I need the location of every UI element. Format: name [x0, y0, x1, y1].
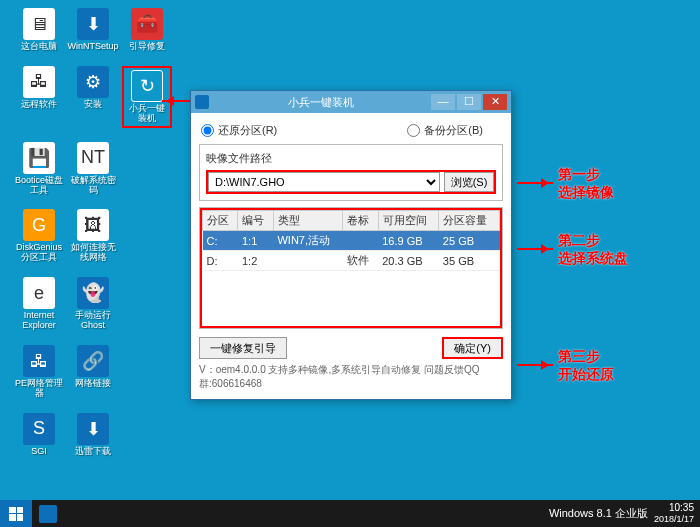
icon-label: Internet Explorer	[14, 311, 64, 331]
desktop-icon[interactable]: ⚙安装	[68, 66, 118, 128]
desktop-icon[interactable]: 🖧PE网络管理器	[14, 345, 64, 399]
taskbar: Windows 8.1 企业版 10:35 2018/1/17	[0, 500, 700, 527]
desktop-icon[interactable]: ⬇WinNTSetup	[68, 8, 118, 52]
desktop-icon[interactable]: ⬇迅雷下载	[68, 413, 118, 457]
desktop-icon[interactable]: SSGI	[14, 413, 64, 457]
annotation-arrow	[517, 182, 553, 184]
icon-label: 手动运行Ghost	[68, 311, 118, 331]
icon-label: 如何连接无线网络	[68, 243, 118, 263]
icon-label: WinNTSetup	[67, 42, 118, 52]
icon-label: Bootice磁盘工具	[14, 176, 64, 196]
start-button[interactable]	[0, 500, 32, 527]
annotation-arrow	[517, 248, 553, 250]
desktop-icon[interactable]: 🧰引导修复	[122, 8, 172, 52]
app-icon: ⚙	[77, 66, 109, 98]
icon-label: 破解系统密码	[68, 176, 118, 196]
window-title: 小兵一键装机	[213, 95, 429, 110]
step2-annotation: 第二步选择系统盘	[558, 232, 628, 268]
ok-button[interactable]: 确定(Y)	[442, 337, 503, 359]
app-icon: 💾	[23, 142, 55, 174]
icon-label: 小兵一键装机	[126, 104, 168, 124]
column-header[interactable]: 可用空间	[378, 211, 439, 231]
desktop-icon[interactable]: 🖧远程软件	[14, 66, 64, 128]
icon-label: 引导修复	[129, 42, 165, 52]
step3-annotation: 第三步开始还原	[558, 348, 614, 384]
icon-label: 网络链接	[75, 379, 111, 389]
column-header[interactable]: 类型	[273, 211, 342, 231]
path-label: 映像文件路径	[206, 151, 496, 166]
desktop: 🖥这台电脑⬇WinNTSetup🧰引导修复🖧远程软件⚙安装↻小兵一键装机💾Boo…	[0, 0, 700, 500]
app-icon: 🧰	[131, 8, 163, 40]
column-header[interactable]: 分区	[203, 211, 238, 231]
close-button[interactable]: ✕	[483, 94, 507, 110]
icon-label: DiskGenius分区工具	[14, 243, 64, 263]
taskbar-app-button[interactable]	[32, 500, 64, 527]
app-icon: 🖥	[23, 8, 55, 40]
app-icon: G	[23, 209, 55, 241]
app-icon: e	[23, 277, 55, 309]
app-icon: 👻	[77, 277, 109, 309]
app-icon: 🖼	[77, 209, 109, 241]
mode-radios: 还原分区(R) 备份分区(B)	[199, 121, 503, 144]
desktop-icon[interactable]: 👻手动运行Ghost	[68, 277, 118, 331]
desktop-icon[interactable]: GDiskGenius分区工具	[14, 209, 64, 263]
button-row: 一键修复引导 确定(Y)	[199, 337, 503, 359]
titlebar[interactable]: 小兵一键装机 — ☐ ✕	[191, 91, 511, 113]
column-header[interactable]: 编号	[238, 211, 273, 231]
desktop-icon[interactable]: NT破解系统密码	[68, 142, 118, 196]
icon-label: 这台电脑	[21, 42, 57, 52]
partition-row[interactable]: D:1:2软件20.3 GB35 GB	[203, 251, 500, 271]
window-footer: V：oem4.0.0.0 支持多种镜像,多系统引导自动修复 问题反馈QQ群:60…	[199, 363, 503, 391]
image-path-group: 映像文件路径 D:\WIN7.GHO 浏览(S)	[199, 144, 503, 201]
repair-boot-button[interactable]: 一键修复引导	[199, 337, 287, 359]
minimize-button[interactable]: —	[431, 94, 455, 110]
app-icon	[195, 95, 209, 109]
clock[interactable]: 10:35 2018/1/17	[654, 502, 700, 525]
backup-radio[interactable]: 备份分区(B)	[407, 123, 483, 138]
app-icon: ⬇	[77, 8, 109, 40]
app-icon: ⬇	[77, 413, 109, 445]
app-icon: NT	[77, 142, 109, 174]
partition-table: 分区编号类型卷标可用空间分区容量 C:1:1WIN7,活动16.9 GB25 G…	[202, 210, 500, 271]
maximize-button[interactable]: ☐	[457, 94, 481, 110]
installer-window: 小兵一键装机 — ☐ ✕ 还原分区(R) 备份分区(B) 映像文件路径 D:\W…	[190, 90, 512, 400]
system-tray[interactable]: Windows 8.1 企业版	[549, 507, 654, 520]
app-icon: S	[23, 413, 55, 445]
annotation-arrow	[162, 100, 192, 102]
app-icon: 🖧	[23, 345, 55, 377]
icon-label: 安装	[84, 100, 102, 110]
icon-label: PE网络管理器	[14, 379, 64, 399]
restore-radio[interactable]: 还原分区(R)	[201, 123, 277, 138]
partition-group: 分区编号类型卷标可用空间分区容量 C:1:1WIN7,活动16.9 GB25 G…	[199, 207, 503, 329]
column-header[interactable]: 分区容量	[439, 211, 500, 231]
window-body: 还原分区(R) 备份分区(B) 映像文件路径 D:\WIN7.GHO 浏览(S)…	[191, 113, 511, 399]
image-path-select[interactable]: D:\WIN7.GHO	[208, 172, 440, 192]
app-icon: ↻	[131, 70, 163, 102]
column-header[interactable]: 卷标	[343, 211, 378, 231]
desktop-icon[interactable]: eInternet Explorer	[14, 277, 64, 331]
icon-label: 远程软件	[21, 100, 57, 110]
desktop-icon[interactable]: 🖥这台电脑	[14, 8, 64, 52]
desktop-icon[interactable]: 💾Bootice磁盘工具	[14, 142, 64, 196]
browse-button[interactable]: 浏览(S)	[444, 172, 494, 192]
icon-label: 迅雷下载	[75, 447, 111, 457]
icon-label: SGI	[31, 447, 47, 457]
desktop-icon-grid: 🖥这台电脑⬇WinNTSetup🧰引导修复🖧远程软件⚙安装↻小兵一键装机💾Boo…	[14, 8, 172, 457]
annotation-arrow	[517, 364, 553, 366]
desktop-icon[interactable]: 🔗网络链接	[68, 345, 118, 399]
partition-row[interactable]: C:1:1WIN7,活动16.9 GB25 GB	[203, 231, 500, 251]
step1-annotation: 第一步选择镜像	[558, 166, 614, 202]
app-icon: 🖧	[23, 66, 55, 98]
app-icon: 🔗	[77, 345, 109, 377]
desktop-icon[interactable]: 🖼如何连接无线网络	[68, 209, 118, 263]
